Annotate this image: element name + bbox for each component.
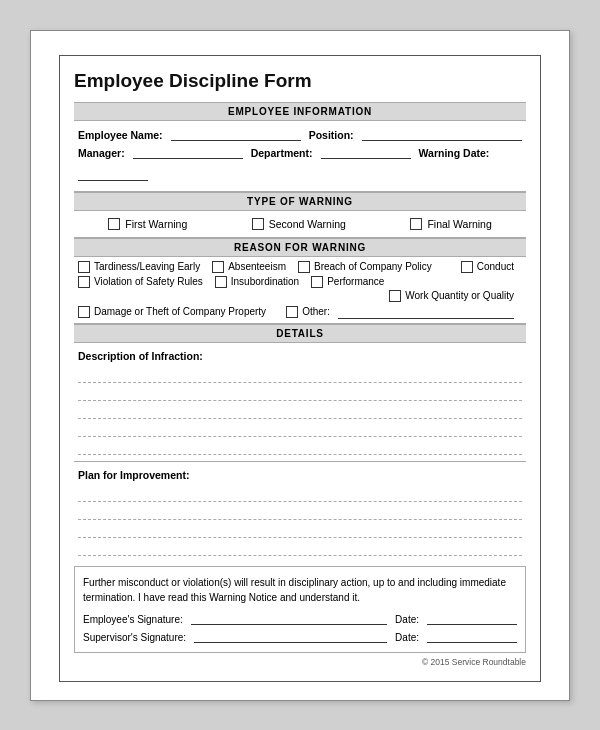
reason-for-warning-header: REASON FOR WARNING [74, 238, 526, 257]
supervisor-sig-row: Supervisor's Signature: Date: [83, 629, 517, 643]
conduct-checkbox[interactable] [461, 261, 473, 273]
reason-rows: Tardiness/Leaving Early Absenteeism Brea… [74, 257, 526, 324]
reason-absenteeism[interactable]: Absenteeism [212, 261, 286, 273]
reason-breach[interactable]: Breach of Company Policy [298, 261, 432, 273]
second-warning-item[interactable]: Second Warning [252, 218, 346, 230]
form-page: Employee Discipline Form EMPLOYEE INFORM… [30, 30, 570, 701]
breach-label: Breach of Company Policy [314, 261, 432, 272]
desc-line-2[interactable] [78, 385, 522, 401]
first-warning-checkbox[interactable] [108, 218, 120, 230]
tardiness-checkbox[interactable] [78, 261, 90, 273]
reason-work-quantity[interactable]: Work Quantity or Quality [389, 290, 514, 302]
footer-section: Further misconduct or violation(s) will … [74, 566, 526, 653]
desc-line-5[interactable] [78, 439, 522, 455]
performance-label: Performance [327, 276, 384, 287]
plan-line-3[interactable] [78, 522, 522, 538]
reason-safety[interactable]: Violation of Safety Rules [78, 276, 203, 288]
reason-performance[interactable]: Performance [311, 276, 384, 288]
work-quantity-checkbox[interactable] [389, 290, 401, 302]
form-title: Employee Discipline Form [74, 70, 526, 92]
breach-checkbox[interactable] [298, 261, 310, 273]
conduct-label: Conduct [477, 261, 514, 272]
name-position-row: Employee Name: Position: [78, 127, 522, 141]
reason-row-3: Damage or Theft of Company Property Othe… [78, 305, 522, 319]
safety-label: Violation of Safety Rules [94, 276, 203, 287]
employee-name-label: Employee Name: [78, 129, 163, 141]
type-of-warning-header: TYPE OF WARNING [74, 192, 526, 211]
first-warning-label: First Warning [125, 218, 187, 230]
details-header: DETAILS [74, 324, 526, 343]
insubordination-checkbox[interactable] [215, 276, 227, 288]
manager-label: Manager: [78, 147, 125, 159]
warning-date-field[interactable] [78, 167, 148, 181]
damage-checkbox[interactable] [78, 306, 90, 318]
plan-line-4[interactable] [78, 540, 522, 556]
department-field[interactable] [321, 145, 411, 159]
employee-sig-row: Employee's Signature: Date: [83, 611, 517, 625]
damage-label: Damage or Theft of Company Property [94, 306, 266, 317]
plan-lines [78, 486, 522, 556]
plan-line-1[interactable] [78, 486, 522, 502]
other-label: Other: [302, 306, 330, 317]
employee-name-field[interactable] [171, 127, 301, 141]
warning-type-group: First Warning Second Warning Final Warni… [74, 211, 526, 238]
absenteeism-label: Absenteeism [228, 261, 286, 272]
date-label-1: Date: [395, 614, 419, 625]
desc-line-3[interactable] [78, 403, 522, 419]
department-label: Department: [251, 147, 313, 159]
insubordination-label: Insubordination [231, 276, 299, 287]
plan-line-2[interactable] [78, 504, 522, 520]
reason-tardiness[interactable]: Tardiness/Leaving Early [78, 261, 200, 273]
footer-warning-text: Further misconduct or violation(s) will … [83, 575, 517, 605]
employee-sig-label: Employee's Signature: [83, 614, 183, 625]
manager-dept-row: Manager: Department: Warning Date: [78, 145, 522, 181]
employee-sig-field[interactable] [191, 611, 387, 625]
position-field[interactable] [362, 127, 522, 141]
description-label: Description of Infraction: [78, 350, 522, 362]
reason-damage[interactable]: Damage or Theft of Company Property [78, 306, 266, 318]
desc-line-4[interactable] [78, 421, 522, 437]
desc-line-1[interactable] [78, 367, 522, 383]
first-warning-item[interactable]: First Warning [108, 218, 187, 230]
second-warning-checkbox[interactable] [252, 218, 264, 230]
absenteeism-checkbox[interactable] [212, 261, 224, 273]
description-lines [78, 367, 522, 455]
supervisor-sig-label: Supervisor's Signature: [83, 632, 186, 643]
reason-row-1: Tardiness/Leaving Early Absenteeism Brea… [78, 261, 522, 273]
details-body: Description of Infraction: [74, 343, 526, 462]
final-warning-label: Final Warning [427, 218, 491, 230]
other-field[interactable] [338, 305, 514, 319]
tardiness-label: Tardiness/Leaving Early [94, 261, 200, 272]
final-warning-item[interactable]: Final Warning [410, 218, 491, 230]
safety-checkbox[interactable] [78, 276, 90, 288]
supervisor-sig-field[interactable] [194, 629, 387, 643]
form-border: Employee Discipline Form EMPLOYEE INFORM… [59, 55, 541, 682]
reason-insubordination[interactable]: Insubordination [215, 276, 299, 288]
reason-conduct[interactable]: Conduct [461, 261, 514, 273]
plan-label: Plan for Improvement: [78, 469, 522, 481]
final-warning-checkbox[interactable] [410, 218, 422, 230]
performance-checkbox[interactable] [311, 276, 323, 288]
copyright-text: © 2015 Service Roundtable [74, 657, 526, 667]
second-warning-label: Second Warning [269, 218, 346, 230]
manager-field[interactable] [133, 145, 243, 159]
position-label: Position: [309, 129, 354, 141]
date-label-2: Date: [395, 632, 419, 643]
date-field-2[interactable] [427, 629, 517, 643]
employee-info-header: EMPLOYEE INFORMATION [74, 102, 526, 121]
work-quantity-label: Work Quantity or Quality [405, 290, 514, 301]
warning-date-label: Warning Date: [419, 147, 490, 159]
reason-other: Other: [286, 305, 514, 319]
plan-body: Plan for Improvement: [74, 462, 526, 566]
date-field-1[interactable] [427, 611, 517, 625]
reason-row-2: Violation of Safety Rules Insubordinatio… [78, 276, 522, 302]
other-checkbox[interactable] [286, 306, 298, 318]
employee-info-body: Employee Name: Position: Manager: Depart… [74, 121, 526, 192]
